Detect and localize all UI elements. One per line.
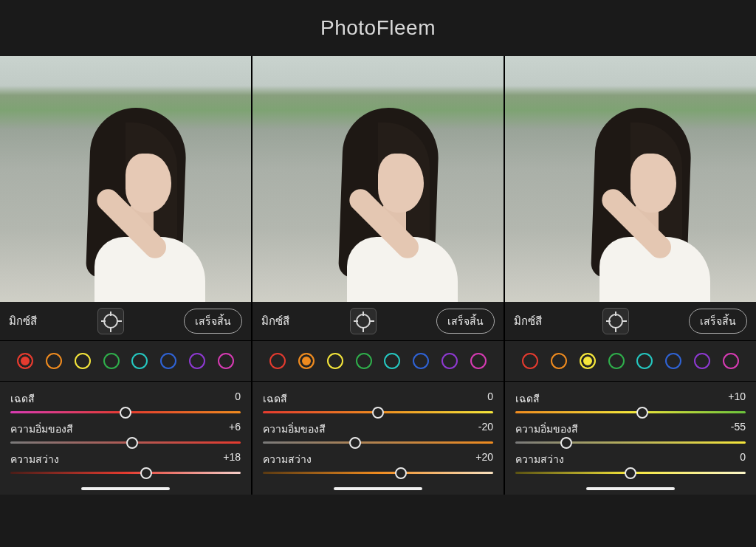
lum-value: 0 (740, 451, 746, 467)
slider-thumb[interactable] (560, 437, 572, 449)
slider-thumb[interactable] (636, 407, 648, 419)
swatch-aqua[interactable] (636, 353, 653, 369)
swatch-blue[interactable] (160, 353, 176, 369)
slider-thumb[interactable] (349, 437, 361, 449)
swatch-yellow[interactable] (75, 353, 91, 369)
photo-preview[interactable] (505, 56, 756, 302)
target-icon (356, 314, 371, 328)
swatch-aqua[interactable] (131, 353, 148, 369)
sat-label: ความอิ่มของสี (263, 421, 326, 437)
done-button[interactable]: เสร็จสิ้น (184, 309, 242, 334)
brand-title: PhotoFleem (0, 0, 756, 56)
color-swatches (252, 340, 504, 382)
swatch-blue[interactable] (665, 353, 681, 369)
swatch-orange[interactable] (298, 353, 315, 369)
home-indicator[interactable] (81, 487, 170, 490)
lum-label: ความสว่าง (515, 451, 564, 467)
target-icon (608, 314, 623, 328)
swatch-magenta[interactable] (470, 353, 487, 369)
swatch-yellow[interactable] (327, 353, 343, 369)
swatch-red[interactable] (17, 353, 33, 369)
lum-value: +20 (475, 451, 493, 467)
sat-slider[interactable] (515, 441, 746, 444)
swatch-red[interactable] (522, 353, 538, 369)
targeted-adjustment-button[interactable] (97, 308, 124, 334)
color-mix-toolbar: มิกซ์สี เสร็จสิ้น (252, 302, 504, 340)
color-swatches (0, 340, 251, 382)
sat-slider[interactable] (263, 441, 493, 444)
slider-thumb[interactable] (140, 467, 152, 479)
sliders-group: เฉดสี0 ความอิ่มของสี+6 ความสว่าง+18 (0, 382, 251, 495)
swatch-magenta[interactable] (723, 353, 739, 369)
photo-preview[interactable] (252, 56, 504, 302)
swatch-orange[interactable] (551, 353, 567, 369)
swatch-purple[interactable] (694, 353, 710, 369)
lum-value: +18 (223, 451, 241, 467)
sat-value: -55 (731, 421, 746, 437)
sat-value: -20 (478, 421, 493, 437)
swatch-purple[interactable] (441, 353, 458, 369)
panels-row: มิกซ์สี เสร็จสิ้น เฉดสี0 (0, 56, 756, 495)
lum-slider[interactable] (515, 472, 746, 474)
home-indicator[interactable] (334, 487, 422, 490)
lum-slider[interactable] (263, 472, 493, 474)
hue-label: เฉดสี (515, 391, 540, 407)
hue-slider[interactable] (10, 411, 241, 413)
photo-preview[interactable] (0, 56, 251, 302)
edit-panel-1: มิกซ์สี เสร็จสิ้น เฉดสี0 (0, 56, 252, 495)
slider-thumb[interactable] (120, 407, 131, 419)
swatch-blue[interactable] (413, 353, 429, 369)
swatch-red[interactable] (269, 353, 286, 369)
mix-label: มิกซ์สี (514, 312, 542, 330)
hue-value: 0 (487, 391, 493, 407)
edit-panel-3: มิกซ์สี เสร็จสิ้น เฉดสี+10 (505, 56, 756, 495)
home-indicator[interactable] (586, 487, 675, 490)
hue-value: 0 (235, 391, 241, 407)
sat-value: +6 (229, 421, 241, 437)
sliders-group: เฉดสี+10 ความอิ่มของสี-55 ความสว่าง0 (505, 382, 756, 495)
swatch-aqua[interactable] (384, 353, 400, 369)
targeted-adjustment-button[interactable] (602, 308, 629, 334)
done-button[interactable]: เสร็จสิ้น (689, 309, 747, 334)
slider-thumb[interactable] (625, 467, 636, 479)
slider-thumb[interactable] (126, 437, 138, 449)
slider-thumb[interactable] (372, 407, 384, 419)
sat-label: ความอิ่มของสี (10, 421, 73, 437)
swatch-green[interactable] (608, 353, 625, 369)
lum-label: ความสว่าง (10, 451, 59, 467)
mix-label: มิกซ์สี (9, 312, 37, 330)
color-swatches (505, 340, 756, 382)
hue-label: เฉดสี (263, 391, 287, 407)
sat-label: ความอิ่มของสี (515, 421, 578, 437)
color-mix-toolbar: มิกซ์สี เสร็จสิ้น (0, 302, 251, 340)
edit-panel-2: มิกซ์สี เสร็จสิ้น เฉดสี0 (252, 56, 505, 495)
targeted-adjustment-button[interactable] (350, 308, 377, 334)
sliders-group: เฉดสี0 ความอิ่มของสี-20 ความสว่าง+20 (252, 382, 504, 495)
hue-slider[interactable] (515, 411, 746, 413)
lum-slider[interactable] (10, 472, 241, 474)
target-icon (103, 314, 118, 328)
swatch-orange[interactable] (46, 353, 62, 369)
sat-slider[interactable] (10, 441, 241, 444)
swatch-magenta[interactable] (218, 353, 234, 369)
hue-value: +10 (728, 391, 746, 407)
hue-slider[interactable] (263, 411, 493, 413)
lum-label: ความสว่าง (263, 451, 312, 467)
swatch-green[interactable] (103, 353, 120, 369)
hue-label: เฉดสี (10, 391, 35, 407)
color-mix-toolbar: มิกซ์สี เสร็จสิ้น (505, 302, 756, 340)
swatch-green[interactable] (356, 353, 372, 369)
mix-label: มิกซ์สี (261, 312, 289, 330)
done-button[interactable]: เสร็จสิ้น (436, 309, 495, 334)
slider-thumb[interactable] (395, 467, 407, 479)
swatch-purple[interactable] (189, 353, 205, 369)
swatch-yellow[interactable] (580, 353, 596, 369)
